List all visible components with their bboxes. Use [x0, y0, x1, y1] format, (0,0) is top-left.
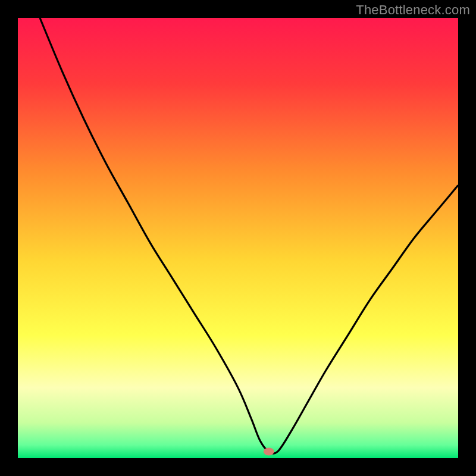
chart-background [18, 18, 458, 458]
chart-container: TheBottleneck.com [0, 0, 476, 476]
watermark-text: TheBottleneck.com [356, 2, 470, 18]
bottleneck-chart [18, 18, 458, 458]
optimal-point-marker [264, 447, 274, 455]
